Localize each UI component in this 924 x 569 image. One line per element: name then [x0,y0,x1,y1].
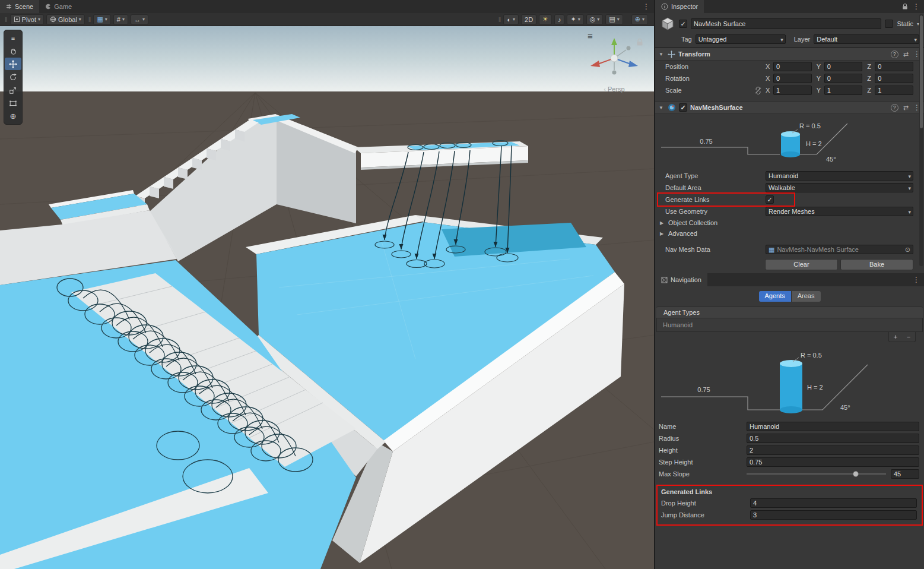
tool-transform[interactable]: ⊕ [5,110,21,122]
navmeshsurface-component-header[interactable]: ▼ ✓ NavMeshSurface ? ⇄ ⋮ [655,101,924,114]
drop-height-field[interactable]: 4 [750,498,917,508]
max-slope-slider[interactable] [747,469,886,479]
shading-mode-icon: ◐ [507,16,511,23]
navmeshsurface-enabled-checkbox[interactable]: ✓ [679,103,687,112]
generate-links-checkbox[interactable]: ✓ [766,195,774,204]
jump-distance-field[interactable]: 3 [750,510,917,520]
tab-navigation[interactable]: Navigation [655,273,707,286]
toolbar-grid-snap-button[interactable]: ▦ ▾ [93,14,110,25]
tool-rotate[interactable] [5,71,21,83]
toolbar-lighting-button[interactable]: ☀ [539,14,552,25]
scale-z-field[interactable]: 1 [875,86,913,95]
toolbar-camera-button[interactable]: ▤ ▾ [605,14,623,25]
radius-field[interactable]: 0.5 [747,434,919,443]
tab-game-label: Game [54,3,72,10]
inspector-menu-icon[interactable]: ⋮ [913,2,920,11]
navmesh-asset-icon: ▦ [769,245,774,254]
max-slope-field[interactable]: 45 [891,469,919,479]
toolbar-gizmos-button[interactable]: ⊕ ▾ [631,14,648,25]
agent-list-item[interactable]: Humanoid [657,318,922,331]
position-z-field[interactable]: 0 [875,62,913,71]
help-icon[interactable]: ? [891,104,898,112]
transform-foldout-arrow[interactable]: ▼ [659,52,665,57]
inspector-tabbar: Inspector ⋮ [655,0,924,13]
toolbar-shading-mode-button[interactable]: ◐ ▾ [503,14,519,25]
static-checkbox[interactable] [885,20,893,28]
tab-game[interactable]: Game [39,0,78,13]
info-icon [661,3,668,10]
toolbar-visibility-button[interactable]: ◎ ▾ [586,14,604,25]
tool-hand[interactable] [5,45,21,57]
toolbar-2d-button[interactable]: 2D [521,14,536,25]
nav-mesh-data-label: Nav Mesh Data [665,246,766,253]
sky [0,26,654,93]
inspector-scrollbar[interactable] [919,14,923,266]
navmeshsurface-foldout-arrow[interactable]: ▼ [659,105,665,110]
tab-inspector-label: Inspector [671,3,698,10]
scale-x-field[interactable]: 1 [773,86,812,95]
toolbar-measure-button[interactable]: ↔ ▾ [131,14,148,25]
tool-move[interactable] [5,58,21,70]
scale-y-field[interactable]: 1 [824,86,863,95]
scene-visibility-icon: ◎ [590,15,596,23]
constrain-scale-icon[interactable] [754,87,762,94]
slider-handle[interactable] [853,471,859,477]
toolbar-pivot-button[interactable]: Pivot ▾ [10,14,44,25]
toolbar-drag-handle[interactable]: ‖ [498,16,500,23]
use-geometry-dropdown[interactable]: Render Meshes▾ [766,207,913,216]
step-height-field[interactable]: 0.75 [747,457,919,467]
agent-type-dropdown[interactable]: Humanoid▾ [766,171,913,181]
gameobject-name-field[interactable]: NavMesh Surface [691,18,881,29]
clear-button[interactable]: Clear [765,259,838,270]
nav-mesh-data-field[interactable]: ▦ NavMesh-NavMesh Surface ⊙ [766,245,913,254]
tab-areas[interactable]: Areas [791,291,821,302]
advanced-foldout[interactable]: ▶ Advanced [655,228,924,239]
bake-button[interactable]: Bake [840,259,913,270]
rotate-icon [9,73,17,81]
gameobject-active-checkbox[interactable]: ✓ [679,20,687,28]
position-x-field[interactable]: 0 [773,62,812,71]
toolbar-snap-increment-button[interactable]: # ▾ [113,14,128,25]
navigation-menu-icon[interactable]: ⋮ [913,276,920,284]
tab-agents[interactable]: Agents [759,291,791,302]
toolbar-drag-handle[interactable]: ‖ [5,16,7,23]
agent-name-field[interactable]: Humanoid [747,422,919,431]
svg-text:45°: 45° [840,404,850,411]
rotation-x-field[interactable]: 0 [773,74,812,83]
default-area-dropdown[interactable]: Walkable▾ [766,183,913,192]
snap-dropdown-arrow: ▾ [122,17,125,22]
presets-icon[interactable]: ⇄ [903,50,909,58]
height-field[interactable]: 2 [747,445,919,455]
remove-agent-button[interactable]: − [902,332,915,342]
transform-title: Transform [678,50,710,58]
tool-rect[interactable] [5,97,21,109]
object-picker-icon[interactable]: ⊙ [905,245,910,254]
help-icon[interactable]: ? [891,50,898,58]
rotation-y-field[interactable]: 0 [824,74,863,83]
gizmo-projection-label[interactable]: ‹Persp [582,86,647,93]
toolbar-drag-handle[interactable]: ‖ [88,16,90,23]
position-y-field[interactable]: 0 [824,62,863,71]
nav-mesh-data-row: Nav Mesh Data ▦ NavMesh-NavMesh Surface … [655,244,924,255]
tab-inspector[interactable]: Inspector [655,0,704,13]
tab-scene[interactable]: Scene [0,0,39,13]
toolbar-effects-button[interactable]: ✦ ▾ [567,14,583,25]
toolbar-audio-button[interactable]: ♪ [554,14,565,25]
tools-menu-button[interactable]: ≡ [5,31,21,44]
add-agent-button[interactable]: + [889,332,902,342]
layer-dropdown[interactable]: Default▾ [814,34,919,44]
transform-component-header[interactable]: ▼ Transform ? ⇄ ⋮ [655,48,924,61]
object-collection-foldout[interactable]: ▶ Object Collection [655,217,924,228]
scene-3d-viewport[interactable] [0,26,654,569]
tool-scale[interactable] [5,84,21,96]
scene-canvas[interactable]: ≡ ⊕ ≡ [0,26,654,569]
tag-dropdown[interactable]: Untagged▾ [696,34,786,44]
scrollbar-thumb[interactable] [920,15,923,128]
slider-track[interactable] [747,473,886,475]
rotation-z-field[interactable]: 0 [875,74,913,83]
orientation-gizmo[interactable]: ‹Persp [582,37,647,93]
toolbar-global-button[interactable]: Global ▾ [46,14,85,25]
presets-icon[interactable]: ⇄ [903,104,909,112]
scene-tab-menu-icon[interactable]: ⋮ [643,2,650,11]
lock-icon[interactable] [902,3,908,10]
